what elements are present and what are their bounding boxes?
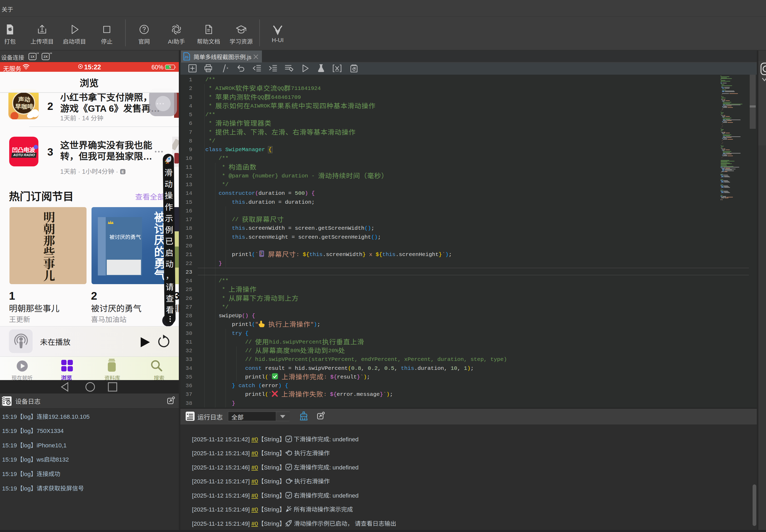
- svg-text:E: E: [121, 170, 124, 174]
- svg-text:JS: JS: [184, 55, 188, 59]
- svg-text:2X: 2X: [44, 55, 48, 59]
- svg-text:*: *: [226, 67, 229, 72]
- svg-text:1X: 1X: [30, 55, 35, 59]
